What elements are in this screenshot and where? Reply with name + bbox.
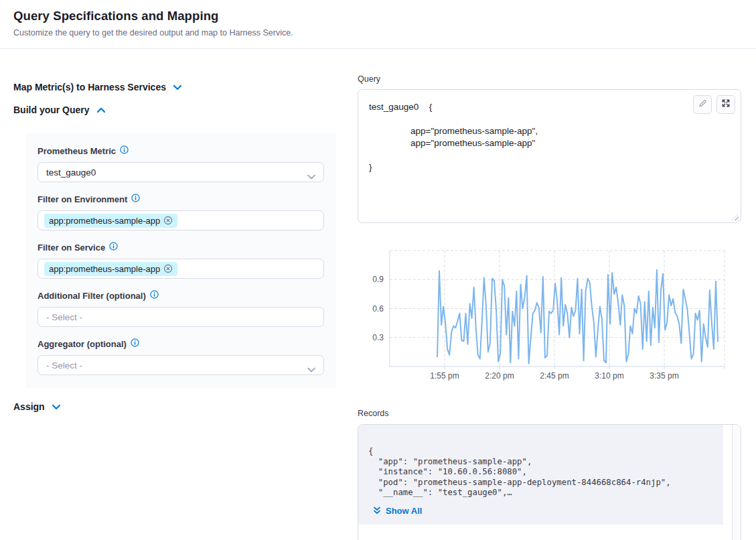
chevron-down-icon	[307, 170, 315, 182]
prometheus-metric-label: Prometheus Metric	[37, 146, 116, 156]
service-tag-text: app:prometheus-sample-app	[49, 264, 160, 274]
header-divider	[0, 48, 756, 49]
additional-filter-placeholder: - Select -	[46, 312, 82, 322]
records-section-label: Records	[358, 409, 389, 418]
show-all-link[interactable]: Show All	[373, 505, 422, 517]
chevron-down-icon	[52, 401, 61, 413]
filter-environment-input[interactable]: app:prometheus-sample-app	[37, 210, 324, 230]
filter-service-input[interactable]: app:prometheus-sample-app	[37, 259, 324, 279]
section-map-metrics[interactable]: Map Metric(s) to Harness Services	[13, 81, 182, 93]
expand-query-button[interactable]	[716, 95, 735, 114]
field-prometheus-metric: Prometheus Metric test_gauge0	[37, 145, 324, 182]
field-aggregator: Aggregator (optional) - Select -	[37, 338, 324, 375]
environment-tag-text: app:prometheus-sample-app	[49, 216, 160, 226]
chevron-up-icon	[96, 104, 106, 116]
page-subtitle: Customize the query to get the desired o…	[13, 28, 743, 38]
info-icon[interactable]	[131, 193, 140, 205]
chevron-down-icon	[307, 363, 315, 375]
additional-filter-input[interactable]: - Select -	[37, 307, 324, 327]
svg-text:0.9: 0.9	[372, 275, 384, 284]
tag-remove-icon[interactable]	[163, 216, 173, 225]
service-tag-chip: app:prometheus-sample-app	[44, 262, 177, 276]
record-item: { "app": "prometheus-sample-app", "insta…	[358, 425, 723, 525]
info-icon[interactable]	[131, 338, 139, 350]
svg-text:2:45 pm: 2:45 pm	[540, 371, 569, 381]
map-metrics-label: Map Metric(s) to Harness Services	[13, 82, 166, 92]
metric-preview-chart: 0.30.60.91:55 pm2:20 pm2:45 pm3:10 pm3:3…	[358, 241, 741, 385]
environment-tag-chip: app:prometheus-sample-app	[44, 214, 177, 228]
field-filter-service: Filter on Service app:prometheus-sample-…	[37, 241, 324, 279]
filter-environment-label: Filter on Environment	[37, 194, 127, 204]
records-scrollbar[interactable]	[732, 425, 741, 540]
page-title: Query Specifications and Mapping	[13, 9, 743, 23]
tag-remove-icon[interactable]	[163, 264, 173, 273]
double-chevron-down-icon	[373, 505, 381, 517]
field-filter-environment: Filter on Environment app:prometheus-sam…	[37, 193, 324, 230]
svg-text:0.3: 0.3	[372, 333, 384, 342]
resize-handle[interactable]	[732, 214, 739, 220]
info-icon[interactable]	[109, 241, 118, 253]
record-json-text: { "app": "prometheus-sample-app", "insta…	[368, 446, 714, 498]
filter-service-label: Filter on Service	[37, 243, 105, 253]
svg-text:1:55 pm: 1:55 pm	[430, 371, 459, 381]
section-assign[interactable]: Assign	[13, 401, 61, 413]
query-editor: test_gauge0 { app="prometheus-sample-app…	[358, 89, 741, 223]
svg-text:0.6: 0.6	[372, 304, 384, 314]
prometheus-metric-select[interactable]: test_gauge0	[37, 162, 324, 182]
line-chart-svg: 0.30.60.91:55 pm2:20 pm2:45 pm3:10 pm3:3…	[358, 241, 741, 385]
fullscreen-icon	[721, 98, 731, 111]
svg-text:3:10 pm: 3:10 pm	[595, 371, 623, 381]
additional-filter-label: Additional Filter (optional)	[37, 291, 146, 301]
info-icon[interactable]	[150, 289, 159, 301]
page-header: Query Specifications and Mapping Customi…	[0, 0, 756, 38]
assign-label: Assign	[13, 401, 45, 412]
prometheus-metric-value: test_gauge0	[46, 167, 96, 178]
svg-text:3:35 pm: 3:35 pm	[650, 371, 678, 381]
query-builder-form: Prometheus Metric test_gauge0 Filter on …	[25, 133, 336, 389]
aggregator-placeholder: - Select -	[46, 360, 82, 370]
edit-query-button[interactable]	[693, 95, 712, 114]
show-all-label: Show All	[386, 506, 422, 516]
query-section-label: Query	[358, 74, 380, 84]
query-text: test_gauge0 { app="prometheus-sample-app…	[358, 90, 741, 185]
records-viewer: { "app": "prometheus-sample-app", "insta…	[358, 424, 741, 540]
svg-text:2:20 pm: 2:20 pm	[485, 371, 514, 381]
info-icon[interactable]	[120, 145, 129, 157]
build-query-label: Build your Query	[13, 105, 90, 115]
pencil-icon	[698, 98, 707, 111]
section-build-query[interactable]: Build your Query	[13, 104, 106, 116]
aggregator-label: Aggregator (optional)	[37, 339, 127, 349]
field-additional-filter: Additional Filter (optional) - Select -	[37, 289, 324, 327]
chevron-down-icon	[173, 81, 182, 93]
aggregator-select[interactable]: - Select -	[37, 355, 324, 375]
